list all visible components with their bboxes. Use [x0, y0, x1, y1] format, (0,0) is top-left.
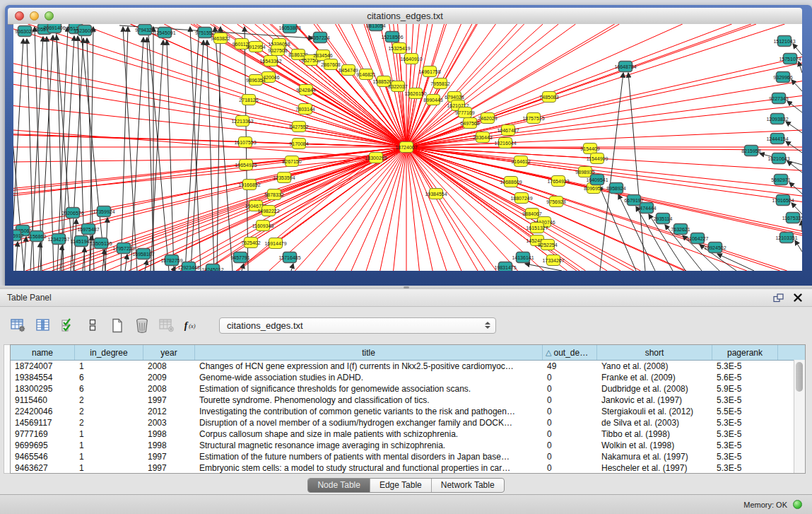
network-node[interactable]: 17654923 [547, 176, 569, 187]
table-cell[interactable]: 49 [543, 361, 597, 372]
network-node[interactable]: 10467487 [497, 125, 519, 136]
table-cell[interactable]: 2 [75, 417, 143, 428]
network-node[interactable]: 15325419 [388, 43, 410, 54]
table-cell[interactable]: Estimation of the future numbers of pati… [195, 451, 543, 462]
table-cell[interactable]: 14569117 [11, 417, 75, 428]
network-node[interactable]: 19245012 [201, 264, 223, 271]
table-selector-dropdown[interactable]: citations_edges.txt [219, 317, 496, 334]
network-node[interactable]: 8322037 [388, 81, 407, 92]
table-cell[interactable]: Wolkin et al. (1998) [597, 440, 712, 451]
network-node[interactable]: 19654925 [235, 160, 257, 170]
network-node[interactable]: 8813054 [366, 24, 385, 31]
table-cell[interactable]: 2012 [143, 406, 195, 417]
network-node[interactable]: 8215958 [741, 146, 760, 156]
network-node[interactable]: 9896354 [246, 75, 265, 86]
network-node[interactable]: 9227343 [769, 93, 788, 104]
table-cell[interactable]: de Silva et al. (2003) [597, 417, 712, 428]
table-cell[interactable]: 5.6E-5 [712, 372, 778, 383]
network-node[interactable]: 8267150 [282, 156, 301, 167]
table-cell[interactable]: 9777169 [11, 428, 75, 440]
table-cell[interactable]: 2009 [143, 372, 195, 383]
table-cell[interactable]: 5.3E-5 [712, 451, 778, 462]
column-header-year[interactable]: year [143, 345, 195, 360]
table-cell[interactable]: 22420046 [11, 406, 75, 417]
table-cell[interactable]: 0 [543, 417, 597, 428]
network-node[interactable]: 8427552 [289, 122, 308, 132]
table-cell[interactable]: 2008 [143, 361, 195, 372]
table-cell[interactable]: 5.5E-5 [712, 406, 778, 417]
table-cell[interactable]: 5.3E-5 [712, 428, 778, 440]
table-cell[interactable]: Stergiakouli et al. (2012) [597, 406, 712, 417]
table-cell[interactable]: 19384554 [11, 372, 75, 383]
table-row[interactable]: 1456911722003Disruption of a novel membe… [11, 417, 805, 428]
table-cell[interactable]: 9115460 [11, 395, 75, 406]
network-node[interactable]: 9756928 [546, 197, 565, 207]
network-node[interactable]: 8454749 [339, 65, 358, 76]
network-node[interactable]: 9164612 [511, 156, 530, 167]
table-cell[interactable]: 5.3E-5 [712, 440, 778, 451]
network-node[interactable]: 11544909 [587, 153, 608, 164]
table-cell[interactable]: Structural magnetic resonance image aver… [195, 440, 543, 451]
function-builder-icon[interactable]: f (x) [183, 317, 200, 334]
table-cell[interactable]: 6 [75, 372, 143, 383]
table-row[interactable]: 977716911998Corpus callosum shape and si… [11, 428, 805, 440]
network-node[interactable]: 12444154 [766, 134, 788, 144]
network-node[interactable]: 5692971 [771, 175, 790, 185]
network-node[interactable]: 8990443 [423, 95, 442, 105]
network-node[interactable]: 5878332 [264, 189, 283, 200]
table-cell[interactable]: 5.9E-5 [712, 383, 778, 395]
table-row[interactable]: 969969511998Structural magnetic resonanc… [11, 440, 805, 451]
delete-table-icon[interactable] [134, 317, 151, 334]
table-row[interactable]: 1872400712008Changes of HCN gene express… [11, 361, 805, 372]
network-node[interactable]: 7485083 [539, 92, 558, 103]
table-cell[interactable]: 1 [75, 361, 143, 372]
table-row[interactable]: 946554611997Estimation of the future num… [11, 451, 805, 462]
table-cell[interactable]: Franke et al. (2009) [597, 372, 712, 383]
network-node[interactable]: 13216044 [494, 138, 516, 148]
table-cell[interactable]: 5.3E-5 [712, 395, 778, 406]
table-cell[interactable]: 0 [543, 372, 597, 383]
table-cell[interactable]: Dudbridge et al. (2008) [597, 383, 712, 395]
network-node[interactable]: 9170084 [289, 139, 308, 149]
table-cell[interactable]: 1998 [143, 428, 195, 440]
float-window-icon[interactable] [773, 293, 784, 303]
network-node[interactable]: 2935114 [654, 214, 673, 224]
network-node[interactable]: 7632621 [671, 224, 690, 235]
network-canvas[interactable]: 1872400794638229601128991295415226058932… [13, 24, 802, 271]
table-cell[interactable]: 2 [75, 395, 143, 406]
table-cell[interactable]: 0 [543, 440, 597, 451]
network-node[interactable]: 9146821 [356, 69, 375, 80]
column-header-in-degree[interactable]: in_degree [75, 345, 143, 360]
network-node[interactable]: 16107553 [234, 137, 256, 148]
table-row[interactable]: 2242004622012Investigating the contribut… [11, 406, 805, 417]
table-cell[interactable]: Tibbo et al. (1998) [597, 428, 712, 440]
tab-node-table[interactable]: Node Table [308, 479, 370, 492]
table-cell[interactable]: 1 [75, 440, 143, 451]
network-window[interactable]: citations_edges.txt 18724007946382296011… [5, 5, 812, 286]
column-header-title[interactable]: title [195, 345, 543, 360]
table-cell[interactable]: 2 [75, 406, 143, 417]
network-node[interactable]: 6497568 [460, 118, 479, 129]
network-node[interactable]: 9242844 [296, 85, 315, 95]
network-node[interactable]: 9457791 [230, 252, 249, 263]
network-node[interactable]: 11609348 [252, 221, 274, 231]
network-node[interactable]: 15121043 [773, 36, 795, 47]
table-cell[interactable]: Corpus callosum shape and size in male p… [195, 428, 543, 440]
network-node[interactable]: 9751552 [195, 28, 214, 38]
tab-edge-table[interactable]: Edge Table [370, 479, 432, 492]
network-node[interactable]: 2718126 [239, 95, 258, 105]
network-node[interactable]: 9912954 [246, 42, 265, 52]
table-cell[interactable]: 2008 [143, 383, 195, 395]
table-cell[interactable]: 0 [543, 428, 597, 440]
table-cell[interactable]: 1 [75, 462, 143, 474]
network-node[interactable]: 7803144 [295, 104, 314, 115]
network-node[interactable]: 19384554 [425, 189, 447, 199]
table-scrollbar-thumb[interactable] [796, 362, 803, 392]
table-cell[interactable]: 1 [75, 428, 143, 440]
network-node[interactable]: 17334267 [542, 255, 564, 266]
column-header-pagerank[interactable]: pagerank [712, 345, 778, 360]
tab-network-table[interactable]: Network Table [432, 479, 504, 492]
network-node[interactable]: 7462029 [478, 113, 497, 124]
table-cell[interactable]: 0 [543, 406, 597, 417]
network-node[interactable]: 11675335 [782, 213, 802, 223]
